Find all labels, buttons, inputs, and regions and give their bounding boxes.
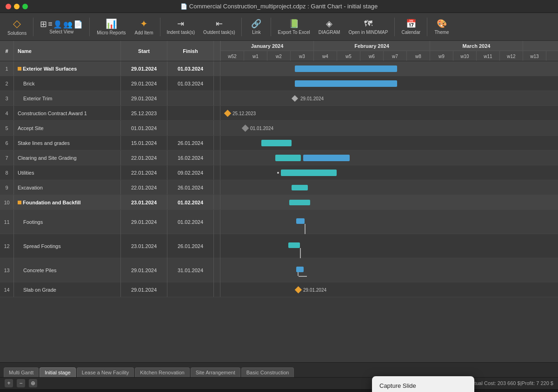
table-row[interactable]: 5 Accept Site 01.01.2024 01.01.2024: [0, 121, 558, 136]
week-w13: w13: [523, 51, 546, 61]
select-view-icon5: 📄: [73, 20, 83, 29]
traffic-lights: [6, 4, 28, 9]
menu-capture-slide[interactable]: Capture Slide: [372, 379, 474, 392]
table-row[interactable]: 14 Slab on Grade 29.01.2024 29.01.2024: [0, 282, 558, 297]
micro-reports-button[interactable]: 📊 Micro Reports: [93, 16, 130, 37]
table-row[interactable]: 11 Footings 29.01.2024 01.02.2024: [0, 210, 558, 234]
table-row[interactable]: 1 Exterior Wall Surfaces 29.01.2024 01.0…: [0, 61, 558, 76]
open-mindmap-button[interactable]: 🗺 Open in MINDMAP: [345, 17, 392, 37]
cell-num-13: 13: [0, 258, 14, 282]
gantt-bar-9: [292, 185, 308, 190]
toolbar-separator-4: [241, 18, 242, 36]
select-view-icon4: 👥: [63, 20, 73, 29]
export-excel-label: Export To Excel: [278, 30, 310, 35]
add-item-button[interactable]: ✦ Add Item: [131, 16, 157, 37]
remove-slide-button[interactable]: −: [17, 379, 25, 387]
link-button[interactable]: 🔗 Link: [245, 17, 268, 37]
gantt-diamond-3: [292, 95, 298, 101]
cell-c-1: [214, 61, 220, 76]
solutions-icon: ◇: [13, 18, 21, 30]
window-title: 📄 Commercial Construction_multiproject.c…: [180, 3, 378, 10]
cell-finish-2: 01.03.2024: [167, 76, 214, 91]
cell-c-13: [214, 258, 220, 282]
cell-timeline-12: [220, 234, 558, 258]
week-w11: w11: [477, 51, 500, 61]
cell-start-12: 23.01.2024: [121, 234, 167, 258]
cell-timeline-8: [220, 165, 558, 180]
cell-timeline-1: [220, 61, 558, 76]
close-button[interactable]: [6, 4, 11, 9]
tab-initial-stage[interactable]: Initial stage: [40, 367, 76, 377]
export-excel-button[interactable]: 📗 Export To Excel: [274, 17, 313, 37]
indent-task-button[interactable]: ⇥ Indent task(s): [163, 17, 199, 37]
week-w5: w5: [337, 51, 360, 61]
tab-basic-construction[interactable]: Basic Construction: [241, 367, 294, 377]
cell-start-4: 25.12.2023: [121, 106, 167, 120]
toolbar-separator-6: [394, 18, 395, 36]
month-jan: January 2024: [221, 41, 314, 51]
minimize-button[interactable]: [14, 4, 20, 9]
theme-button[interactable]: 🎨 Theme: [430, 17, 453, 37]
outdent-task-button[interactable]: ⇤ Outdent task(s): [199, 17, 239, 37]
gantt-bar-12: [288, 242, 300, 248]
toolbar-separator-5: [271, 18, 271, 36]
connector-13: [298, 272, 299, 276]
gantt-bar-7a: [275, 155, 301, 161]
zoom-button[interactable]: ⊕: [29, 379, 37, 387]
cell-name-1: Exterior Wall Surfaces: [14, 61, 121, 76]
cell-timeline-13: [220, 258, 558, 282]
cell-num-12: 12: [0, 234, 14, 258]
summary-icon-1: [18, 67, 21, 71]
connector-12: [300, 248, 301, 258]
cell-finish-11: 01.02.2024: [167, 210, 214, 234]
table-row[interactable]: 8 Utilities 22.01.2024 09.02.2024: [0, 165, 558, 180]
cell-timeline-2: [220, 76, 558, 91]
cell-num-14: 14: [0, 282, 14, 297]
table-row[interactable]: 3 Exterior Trim 29.01.2024 29.01.2024: [0, 91, 558, 106]
cell-timeline-10: [220, 195, 558, 209]
cell-start-13: 29.01.2024: [121, 258, 167, 282]
cell-num-3: 3: [0, 91, 14, 105]
add-item-icon: ✦: [140, 18, 148, 29]
diagram-icon: ◈: [326, 19, 332, 29]
gantt-fixed-header: # Name Start Finish: [0, 41, 221, 61]
solutions-button[interactable]: ◇ Solutions: [4, 16, 30, 38]
cell-name-3: Exterior Trim: [14, 91, 121, 105]
table-row[interactable]: 9 Excavation 22.01.2024 26.01.2024: [0, 180, 558, 195]
gantt-bar-10: [289, 200, 310, 205]
week-w6: w6: [360, 51, 384, 61]
add-slide-button[interactable]: +: [5, 379, 13, 387]
col-finish-header: Finish: [167, 41, 214, 61]
cell-finish-14: [167, 282, 214, 297]
cell-name-4: Construction Contract Award 1: [14, 106, 121, 120]
gantt-header: # Name Start Finish January 2024 Februar…: [0, 41, 558, 61]
diagram-button[interactable]: ◈ DIAGRAM: [315, 17, 344, 37]
cell-name-5: Accept Site: [14, 121, 121, 135]
table-row[interactable]: 4 Construction Contract Award 1 25.12.20…: [0, 106, 558, 121]
cell-num-6: 6: [0, 136, 14, 150]
table-row[interactable]: 10 Foundation and Backfill 23.01.2024 01…: [0, 195, 558, 210]
table-row[interactable]: 13 Concrete Piles 29.01.2024 31.01.2024: [0, 258, 558, 282]
table-row[interactable]: 12 Spread Footings 23.01.2024 26.01.2024: [0, 234, 558, 258]
link-icon: 🔗: [251, 19, 261, 29]
calendar-button[interactable]: 📅 Calendar: [398, 17, 424, 37]
week-w8: w8: [407, 51, 430, 61]
week-w1: w1: [244, 51, 267, 61]
gantt-label-5: 01.01.2024: [250, 125, 273, 131]
tab-lease-new-facility[interactable]: Lease a New Facility: [77, 367, 134, 377]
select-view-button[interactable]: ⊞ ≡ 👤 👥 📄 Select View: [36, 17, 86, 36]
table-row[interactable]: 7 Clearing and Site Grading 22.01.2024 1…: [0, 150, 558, 165]
tab-kitchen-renovation[interactable]: Kitchen Renovation: [135, 367, 189, 377]
table-row[interactable]: 2 Brick 29.01.2024 01.03.2024: [0, 76, 558, 91]
tab-multi-gantt[interactable]: Multi Gantt: [4, 367, 39, 377]
tab-site-arrangement[interactable]: Site Arrangement: [191, 367, 240, 377]
gantt-bar-11: [296, 218, 305, 224]
connector-11: [305, 224, 306, 234]
select-view-icon3: 👤: [53, 20, 62, 29]
table-row[interactable]: 6 Stake lines and grades 15.01.2024 26.0…: [0, 136, 558, 150]
cell-c-14: [214, 282, 220, 297]
cell-name-7: Clearing and Site Grading: [14, 150, 121, 165]
cell-name-14: Slab on Grade: [14, 282, 121, 297]
maximize-button[interactable]: [22, 4, 28, 9]
gantt-bar-2: [295, 80, 397, 87]
